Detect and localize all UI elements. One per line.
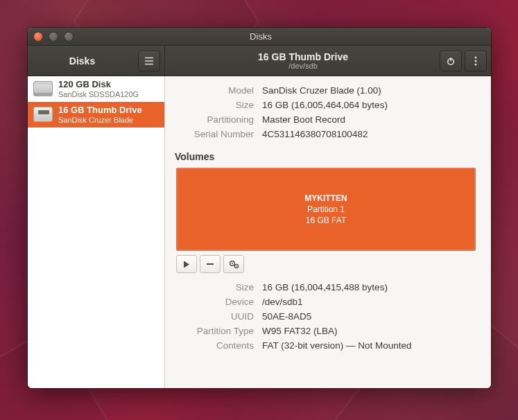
drive-item[interactable]: 120 GB Disk SanDisk SDSSDA120G bbox=[28, 76, 164, 102]
partition-properties: Size 16 GB (16,004,415,488 bytes) Device… bbox=[165, 280, 416, 353]
value-uuid: 50AE-8AD5 bbox=[258, 309, 416, 324]
svg-point-2 bbox=[475, 56, 477, 58]
svg-rect-5 bbox=[207, 263, 214, 265]
drive-name: 16 GB Thumb Drive bbox=[58, 105, 142, 116]
svg-point-4 bbox=[475, 63, 477, 65]
value-device: /dev/sdb1 bbox=[258, 295, 416, 309]
drive-item[interactable]: 16 GB Thumb Drive SanDisk Cruzer Blade bbox=[28, 102, 164, 128]
hamburger-icon bbox=[144, 57, 154, 65]
usb-drive-icon bbox=[33, 107, 53, 122]
drive-sub: SanDisk SDSSDA120G bbox=[58, 90, 139, 98]
drive-name: 120 GB Disk bbox=[58, 80, 139, 90]
svg-point-9 bbox=[236, 265, 237, 267]
power-off-drive-button[interactable] bbox=[440, 51, 462, 71]
sidebar-header-title: Disks bbox=[32, 55, 132, 67]
window-titlebar: Disks bbox=[28, 28, 491, 46]
mount-button[interactable] bbox=[176, 255, 197, 273]
label-partitioning: Partitioning bbox=[165, 112, 258, 127]
label-device: Device bbox=[165, 295, 258, 309]
value-size: 16 GB (16,005,464,064 bytes) bbox=[258, 98, 392, 112]
value-model: SanDisk Cruzer Blade (1.00) bbox=[258, 83, 392, 98]
volume-partition: Partition 1 bbox=[304, 204, 347, 215]
header-title: 16 GB Thumb Drive bbox=[169, 51, 437, 62]
app-menu-button[interactable] bbox=[138, 51, 160, 71]
power-icon bbox=[446, 56, 456, 66]
window-close-button[interactable] bbox=[33, 32, 43, 42]
volume-name: MYKITTEN bbox=[304, 193, 347, 204]
label-psize: Size bbox=[165, 280, 258, 295]
partition-options-button[interactable] bbox=[223, 255, 244, 273]
header-subtitle: /dev/sdb bbox=[169, 62, 437, 70]
hdd-icon bbox=[33, 81, 53, 96]
value-ptype: W95 FAT32 (LBA) bbox=[258, 324, 416, 338]
label-size: Size bbox=[165, 98, 258, 112]
label-ptype: Partition Type bbox=[165, 324, 258, 338]
label-serial: Serial Number bbox=[165, 127, 258, 141]
label-model: Model bbox=[165, 83, 258, 98]
window-title: Disks bbox=[79, 31, 442, 42]
window-minimize-button[interactable] bbox=[49, 32, 58, 42]
value-partitioning: Master Boot Record bbox=[258, 112, 392, 127]
header-bar: Disks 16 GB Thumb Drive /dev/sdb bbox=[28, 46, 491, 76]
value-psize: 16 GB (16,004,415,488 bytes) bbox=[258, 280, 416, 295]
drive-options-button[interactable] bbox=[465, 51, 487, 71]
label-contents: Contents bbox=[165, 338, 258, 353]
drive-list: 120 GB Disk SanDisk SDSSDA120G 16 GB Thu… bbox=[28, 76, 165, 388]
volume-block[interactable]: MYKITTEN Partition 1 16 GB FAT bbox=[176, 168, 476, 251]
volume-toolbar bbox=[176, 255, 476, 273]
delete-partition-button[interactable] bbox=[200, 255, 221, 273]
label-uuid: UUID bbox=[165, 309, 258, 324]
disk-properties: Model SanDisk Cruzer Blade (1.00) Size 1… bbox=[165, 83, 392, 141]
volumes-heading: Volumes bbox=[165, 147, 478, 166]
value-contents: FAT (32-bit version) — Not Mounted bbox=[258, 338, 416, 353]
drive-sub: SanDisk Cruzer Blade bbox=[58, 116, 142, 124]
svg-point-7 bbox=[232, 263, 233, 264]
window-maximize-button[interactable] bbox=[64, 32, 74, 42]
minus-icon bbox=[206, 263, 214, 265]
gears-icon bbox=[229, 260, 239, 269]
disks-window: Disks Disks 16 GB Thumb Drive /dev/sdb bbox=[28, 28, 491, 388]
value-serial: 4C531146380708100482 bbox=[258, 127, 392, 141]
more-vertical-icon bbox=[474, 56, 477, 66]
volume-size: 16 GB FAT bbox=[304, 215, 347, 226]
drive-details: Model SanDisk Cruzer Blade (1.00) Size 1… bbox=[165, 76, 491, 388]
play-icon bbox=[183, 261, 190, 268]
svg-point-3 bbox=[475, 60, 477, 62]
